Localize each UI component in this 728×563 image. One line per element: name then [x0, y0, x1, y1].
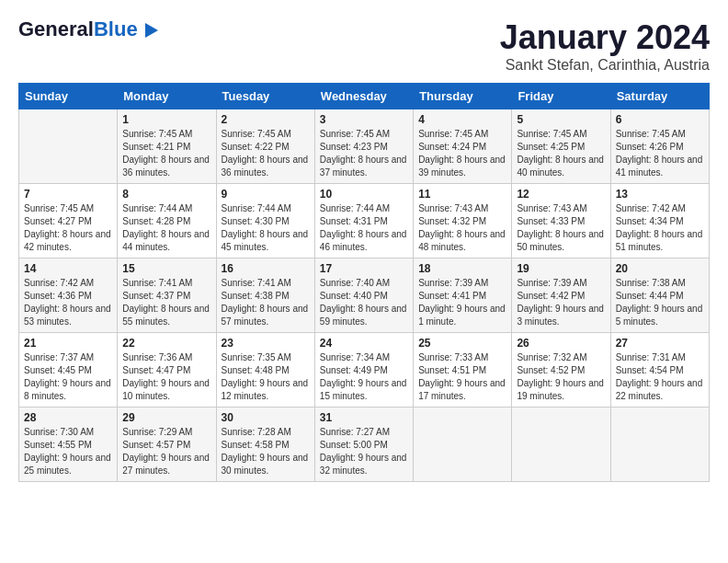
day-info: Sunrise: 7:29 AMSunset: 4:57 PMDaylight:… [122, 426, 210, 477]
day-info: Sunrise: 7:43 AMSunset: 4:32 PMDaylight:… [418, 202, 506, 254]
day-info: Sunrise: 7:42 AMSunset: 4:34 PMDaylight:… [616, 202, 704, 254]
calendar-day-cell: 18Sunrise: 7:39 AMSunset: 4:41 PMDayligh… [414, 259, 512, 333]
calendar-day-cell: 30Sunrise: 7:28 AMSunset: 4:58 PMDayligh… [216, 408, 314, 482]
day-of-week-header: Tuesday [216, 84, 314, 109]
day-info: Sunrise: 7:44 AMSunset: 4:30 PMDaylight:… [222, 202, 310, 254]
day-number: 16 [222, 262, 310, 275]
day-number: 30 [222, 411, 310, 424]
day-number: 26 [517, 337, 605, 350]
day-info: Sunrise: 7:27 AMSunset: 5:00 PMDaylight:… [320, 426, 408, 477]
calendar-day-cell: 9Sunrise: 7:44 AMSunset: 4:30 PMDaylight… [216, 184, 314, 259]
calendar-week-row: 7Sunrise: 7:45 AMSunset: 4:27 PMDaylight… [19, 184, 710, 259]
day-number: 13 [616, 188, 704, 201]
day-info: Sunrise: 7:44 AMSunset: 4:28 PMDaylight:… [122, 202, 210, 254]
day-number: 6 [616, 113, 704, 126]
calendar-day-cell: 2Sunrise: 7:45 AMSunset: 4:22 PMDaylight… [216, 109, 314, 184]
day-number: 18 [418, 262, 506, 275]
calendar-day-cell: 21Sunrise: 7:37 AMSunset: 4:45 PMDayligh… [19, 333, 118, 408]
day-number: 12 [517, 188, 605, 201]
calendar-day-cell: 19Sunrise: 7:39 AMSunset: 4:42 PMDayligh… [512, 259, 610, 333]
day-info: Sunrise: 7:45 AMSunset: 4:23 PMDaylight:… [320, 128, 408, 179]
day-info: Sunrise: 7:38 AMSunset: 4:44 PMDaylight:… [616, 277, 704, 328]
day-number: 20 [616, 262, 704, 275]
day-number: 10 [320, 188, 408, 201]
day-number: 31 [320, 411, 408, 424]
day-info: Sunrise: 7:28 AMSunset: 4:58 PMDaylight:… [222, 426, 310, 477]
calendar-week-row: 1Sunrise: 7:45 AMSunset: 4:21 PMDaylight… [19, 109, 710, 184]
calendar-day-cell [512, 408, 610, 482]
calendar-week-row: 28Sunrise: 7:30 AMSunset: 4:55 PMDayligh… [19, 408, 710, 482]
day-info: Sunrise: 7:36 AMSunset: 4:47 PMDaylight:… [122, 351, 210, 403]
day-number: 28 [24, 411, 112, 424]
day-number: 1 [122, 113, 210, 126]
day-info: Sunrise: 7:37 AMSunset: 4:45 PMDaylight:… [24, 351, 112, 403]
day-number: 23 [222, 337, 310, 350]
day-number: 21 [24, 337, 112, 350]
day-info: Sunrise: 7:40 AMSunset: 4:40 PMDaylight:… [320, 277, 408, 328]
day-number: 15 [122, 262, 210, 275]
day-number: 27 [616, 337, 704, 350]
day-number: 5 [517, 113, 605, 126]
calendar-day-cell: 23Sunrise: 7:35 AMSunset: 4:48 PMDayligh… [216, 333, 314, 408]
calendar-day-cell: 7Sunrise: 7:45 AMSunset: 4:27 PMDaylight… [19, 184, 118, 259]
day-info: Sunrise: 7:44 AMSunset: 4:31 PMDaylight:… [320, 202, 408, 254]
day-number: 22 [122, 337, 210, 350]
day-info: Sunrise: 7:32 AMSunset: 4:52 PMDaylight:… [517, 351, 605, 403]
day-number: 25 [418, 337, 506, 350]
calendar-day-cell: 29Sunrise: 7:29 AMSunset: 4:57 PMDayligh… [118, 408, 216, 482]
calendar-day-cell: 31Sunrise: 7:27 AMSunset: 5:00 PMDayligh… [314, 408, 413, 482]
day-info: Sunrise: 7:45 AMSunset: 4:21 PMDaylight:… [122, 128, 210, 179]
calendar-body: 1Sunrise: 7:45 AMSunset: 4:21 PMDaylight… [19, 109, 710, 482]
day-number: 19 [517, 262, 605, 275]
day-of-week-header: Saturday [610, 84, 709, 109]
calendar-day-cell: 3Sunrise: 7:45 AMSunset: 4:23 PMDaylight… [314, 109, 413, 184]
calendar-day-cell: 5Sunrise: 7:45 AMSunset: 4:25 PMDaylight… [512, 109, 610, 184]
page-header: GeneralBlue January 2024 Sankt Stefan, C… [18, 18, 710, 74]
day-info: Sunrise: 7:45 AMSunset: 4:27 PMDaylight:… [24, 202, 112, 254]
logo-text: GeneralBlue [18, 18, 158, 40]
day-number: 11 [418, 188, 506, 201]
calendar-day-cell: 20Sunrise: 7:38 AMSunset: 4:44 PMDayligh… [610, 259, 709, 333]
day-number: 17 [320, 262, 408, 275]
day-info: Sunrise: 7:45 AMSunset: 4:24 PMDaylight:… [418, 128, 506, 179]
day-of-week-header: Monday [118, 84, 216, 109]
calendar-day-cell [414, 408, 512, 482]
day-info: Sunrise: 7:41 AMSunset: 4:37 PMDaylight:… [122, 277, 210, 328]
day-info: Sunrise: 7:45 AMSunset: 4:22 PMDaylight:… [222, 128, 310, 179]
calendar-day-cell: 4Sunrise: 7:45 AMSunset: 4:24 PMDaylight… [414, 109, 512, 184]
calendar-day-cell: 6Sunrise: 7:45 AMSunset: 4:26 PMDaylight… [610, 109, 709, 184]
calendar-day-cell [19, 109, 118, 184]
logo: GeneralBlue [18, 18, 158, 40]
calendar-day-cell: 8Sunrise: 7:44 AMSunset: 4:28 PMDaylight… [118, 184, 216, 259]
calendar-day-cell: 16Sunrise: 7:41 AMSunset: 4:38 PMDayligh… [216, 259, 314, 333]
day-of-week-header: Thursday [414, 84, 512, 109]
calendar-day-cell: 11Sunrise: 7:43 AMSunset: 4:32 PMDayligh… [414, 184, 512, 259]
day-info: Sunrise: 7:41 AMSunset: 4:38 PMDaylight:… [222, 277, 310, 328]
calendar-table: SundayMondayTuesdayWednesdayThursdayFrid… [18, 83, 710, 482]
day-number: 3 [320, 113, 408, 126]
day-info: Sunrise: 7:31 AMSunset: 4:54 PMDaylight:… [616, 351, 704, 403]
calendar-day-cell: 14Sunrise: 7:42 AMSunset: 4:36 PMDayligh… [19, 259, 118, 333]
calendar-day-cell: 12Sunrise: 7:43 AMSunset: 4:33 PMDayligh… [512, 184, 610, 259]
calendar-day-cell: 24Sunrise: 7:34 AMSunset: 4:49 PMDayligh… [314, 333, 413, 408]
day-info: Sunrise: 7:34 AMSunset: 4:49 PMDaylight:… [320, 351, 408, 403]
calendar-week-row: 14Sunrise: 7:42 AMSunset: 4:36 PMDayligh… [19, 259, 710, 333]
day-number: 8 [122, 188, 210, 201]
day-of-week-header: Wednesday [314, 84, 413, 109]
calendar-day-cell: 27Sunrise: 7:31 AMSunset: 4:54 PMDayligh… [610, 333, 709, 408]
day-info: Sunrise: 7:43 AMSunset: 4:33 PMDaylight:… [517, 202, 605, 254]
calendar-day-cell: 15Sunrise: 7:41 AMSunset: 4:37 PMDayligh… [118, 259, 216, 333]
day-number: 7 [24, 188, 112, 201]
calendar-day-cell: 1Sunrise: 7:45 AMSunset: 4:21 PMDaylight… [118, 109, 216, 184]
location-title: Sankt Stefan, Carinthia, Austria [500, 57, 710, 74]
day-number: 14 [24, 262, 112, 275]
day-info: Sunrise: 7:39 AMSunset: 4:41 PMDaylight:… [418, 277, 506, 328]
day-number: 24 [320, 337, 408, 350]
logo-general: General [18, 17, 94, 40]
day-number: 4 [418, 113, 506, 126]
day-number: 9 [222, 188, 310, 201]
logo-blue: Blue [94, 17, 138, 40]
calendar-day-cell: 17Sunrise: 7:40 AMSunset: 4:40 PMDayligh… [314, 259, 413, 333]
title-block: January 2024 Sankt Stefan, Carinthia, Au… [500, 18, 710, 74]
day-info: Sunrise: 7:39 AMSunset: 4:42 PMDaylight:… [517, 277, 605, 328]
